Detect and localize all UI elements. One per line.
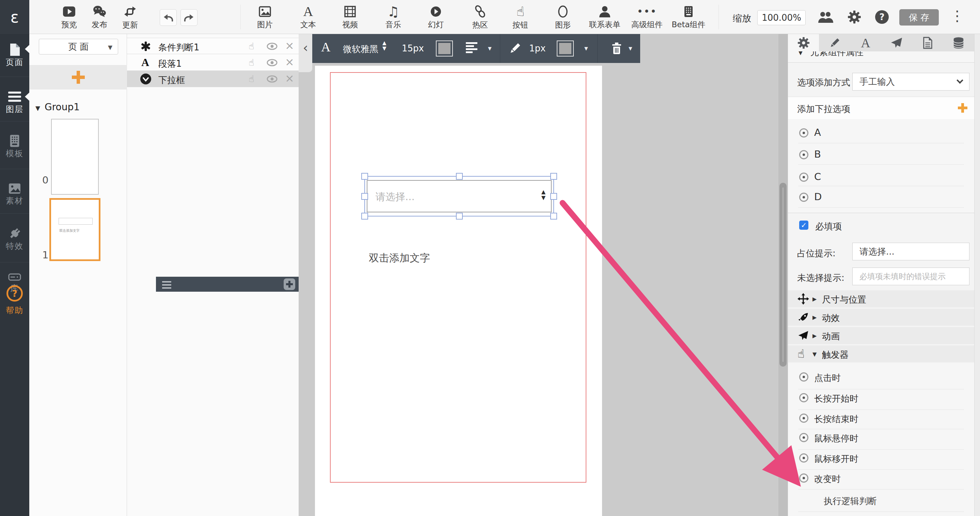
save-button[interactable]: 保存	[899, 9, 939, 25]
font-color-swatch[interactable]	[436, 41, 453, 57]
align-caret-icon[interactable]: ▾	[488, 44, 492, 52]
option-label[interactable]: A	[814, 127, 821, 138]
delete-layer-icon[interactable]: ×	[285, 72, 294, 85]
refresh-button[interactable]: 更新	[115, 2, 145, 33]
sidebar-item-layers[interactable]: 图层	[0, 85, 29, 119]
delete-layer-icon[interactable]: ×	[285, 56, 294, 68]
font-family-value[interactable]: 微软雅黑	[343, 43, 378, 55]
tab-properties[interactable]	[788, 34, 819, 51]
insert-image-button[interactable]: 图片	[250, 2, 280, 33]
layer-lock-hand-icon[interactable]: ☝	[248, 57, 254, 68]
eye-icon[interactable]	[267, 42, 277, 50]
option-label[interactable]: D	[814, 191, 822, 203]
font-style-icon[interactable]: A	[321, 40, 330, 54]
align-icon[interactable]	[466, 41, 477, 54]
trigger-longpress-start[interactable]: 长按开始时	[788, 389, 974, 410]
design-page[interactable]: 请选择... ▲▼ 双击添加文字	[315, 66, 602, 516]
add-page-button[interactable]	[29, 65, 127, 89]
option-bullet-icon[interactable]	[799, 128, 808, 138]
trigger-on-click[interactable]: 点击时	[788, 369, 974, 389]
trigger-longpress-end[interactable]: 长按结束时	[788, 410, 974, 429]
collaborators-button[interactable]	[816, 10, 834, 24]
tab-animation[interactable]	[881, 34, 912, 51]
settings-button[interactable]	[846, 10, 862, 24]
layer-row-dropdown-selected[interactable]: 下拉框 ☝ ×	[127, 71, 299, 87]
border-color-swatch[interactable]	[557, 41, 574, 57]
tab-style[interactable]	[819, 34, 850, 51]
option-label[interactable]: C	[814, 171, 821, 183]
group-collapse-caret[interactable]: ▼	[35, 105, 40, 112]
sidebar-item-templates[interactable]: 模板	[0, 129, 29, 164]
sidebar-item-assets[interactable]: 素材	[0, 177, 29, 211]
option-bullet-icon[interactable]	[799, 193, 808, 202]
delete-caret-icon[interactable]: ▾	[628, 44, 632, 52]
undo-button[interactable]	[160, 9, 177, 26]
tab-data[interactable]	[943, 34, 974, 51]
option-mode-select[interactable]: 手工输入	[852, 73, 969, 90]
option-bullet-icon[interactable]	[799, 173, 808, 182]
sidebar-item-pages[interactable]: 页面	[0, 38, 29, 72]
collapse-panel-tab[interactable]: ‹	[299, 34, 312, 72]
redo-button[interactable]	[180, 9, 197, 26]
section-animation[interactable]: ▶ 动画	[788, 327, 974, 344]
insert-music-button[interactable]: ♫ 音乐	[378, 2, 409, 33]
sidebar-item-effects[interactable]: 特效	[0, 222, 29, 256]
font-size-value[interactable]: 15px	[402, 43, 424, 54]
trigger-on-change[interactable]: 改变时	[788, 470, 974, 489]
page-mode-dropdown[interactable]: 页 面 ▼	[39, 39, 118, 54]
insert-hotzone-button[interactable]: 热区	[465, 2, 495, 33]
insert-text-button[interactable]: A 文本	[293, 2, 323, 33]
canvas-area[interactable]: ‹ A 微软雅黑 ▲▼ 15px ▾ 1px ▾ ▾ 请选择... ▲▼	[299, 34, 788, 516]
more-menu-icon[interactable]: ⋮	[950, 8, 964, 24]
eye-icon[interactable]	[267, 59, 277, 67]
layer-lock-hand-icon[interactable]: ☝	[248, 41, 254, 51]
tab-text[interactable]: A	[850, 34, 881, 51]
layer-lock-hand-icon[interactable]: ☝	[248, 73, 254, 84]
help-button[interactable]: ?	[874, 10, 890, 24]
insert-form-button[interactable]: 联系表单	[584, 2, 625, 33]
help-label[interactable]: 帮助	[0, 305, 29, 316]
insert-beta-button[interactable]: Beta组件	[668, 2, 709, 33]
publish-button[interactable]: 发布	[84, 2, 115, 33]
insert-advanced-button[interactable]: ••• 高级组件	[627, 2, 667, 33]
insert-slide-button[interactable]: 幻灯	[420, 2, 451, 33]
help-ring-icon[interactable]: ?	[6, 285, 23, 302]
inspector-scrollbar[interactable]	[974, 34, 980, 516]
trigger-mouse-out[interactable]: 鼠标移开时	[788, 449, 974, 469]
option-label[interactable]: B	[814, 148, 821, 160]
trash-icon[interactable]	[610, 41, 624, 55]
no-select-input[interactable]: 必填项未填时的错误提示	[852, 268, 969, 285]
list-menu-icon[interactable]	[162, 279, 171, 291]
section-triggers[interactable]: ☝ ▼ 触发器	[788, 346, 974, 362]
app-logo[interactable]: ε	[0, 0, 29, 34]
add-option-plus-button[interactable]	[958, 103, 967, 113]
section-size-position[interactable]: ▶ 尺寸与位置	[788, 291, 974, 307]
add-layer-button[interactable]	[284, 278, 295, 290]
delete-layer-icon[interactable]: ×	[285, 39, 294, 52]
insert-shape-button[interactable]: 图形	[547, 2, 578, 33]
page-thumbnail-1-selected[interactable]: 双击添加文字	[49, 198, 100, 261]
trigger-action-logic[interactable]: 执行逻辑判断	[788, 489, 974, 511]
border-width-value[interactable]: 1px	[529, 43, 546, 54]
canvas-scrollbar-thumb[interactable]	[780, 183, 787, 367]
tab-notes[interactable]	[912, 34, 943, 51]
group-row[interactable]: ▼ Group1 ↕	[35, 102, 124, 114]
layer-row-paragraph[interactable]: A 段落1 ☝ ×	[127, 54, 299, 71]
placeholder-input[interactable]: 请选择...	[852, 243, 969, 260]
zoom-input[interactable]: 100.00%	[757, 10, 806, 25]
font-family-stepper[interactable]: ▲▼	[382, 40, 387, 51]
insert-video-button[interactable]: 视频	[335, 2, 365, 33]
required-checkbox[interactable]: ✓	[799, 221, 808, 230]
preview-button[interactable]: 预览	[54, 2, 84, 33]
border-caret-icon[interactable]: ▾	[584, 44, 588, 52]
section-header-clipped[interactable]: ▼元素组件属性	[788, 51, 974, 63]
pencil-icon[interactable]	[508, 41, 522, 55]
dropdown-widget[interactable]: 请选择... ▲▼	[367, 180, 552, 213]
option-bullet-icon[interactable]	[799, 150, 808, 159]
trigger-mouse-hover[interactable]: 鼠标悬停时	[788, 429, 974, 449]
eye-icon[interactable]	[267, 75, 277, 83]
layer-row-condition[interactable]: 条件判断1 ☝ ×	[127, 38, 299, 54]
canvas-scrollbar[interactable]	[778, 34, 788, 516]
insert-button-button[interactable]: ☝ 按钮	[505, 2, 536, 33]
page-thumbnail-0[interactable]	[51, 119, 99, 195]
